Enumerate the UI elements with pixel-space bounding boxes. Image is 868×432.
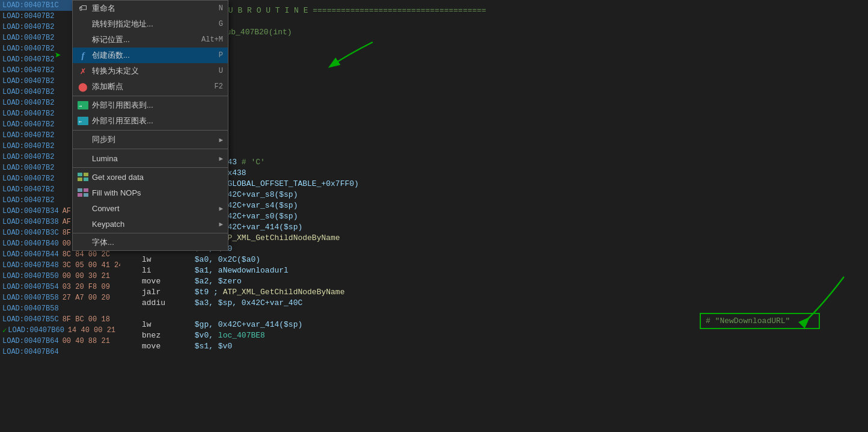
menu-label-goto: 跳转到指定地址... — [92, 19, 214, 29]
context-menu: 🏷 重命名 N 跳转到指定地址... G 标记位置... Alt+M f 创建函… — [72, 0, 228, 251]
var-line-0: var_41C= -0x41C — [130, 59, 858, 70]
svg-rect-10 — [78, 193, 82, 197]
instr-lui: lui $gp, 0x43 # 'C' — [130, 156, 858, 167]
menu-shortcut-breakpoint: F2 — [215, 82, 223, 91]
menu-shortcut-undefine: U — [219, 67, 223, 75]
menu-item-create-func[interactable]: f 创建函数... P ➤ — [73, 48, 228, 63]
menu-label-lumina: Lumina — [92, 154, 216, 163]
xored-icon — [76, 171, 90, 183]
var-line-3: var_408= -0x408 — [130, 91, 858, 102]
code-line-empty2 — [130, 48, 858, 59]
svg-rect-7 — [84, 177, 88, 181]
svg-rect-5 — [84, 173, 88, 176]
submenu-arrow-sync: ▶ — [219, 136, 223, 144]
instr-jalr: jalr $t9 ; ATP_XML_GetChildNodeByName — [130, 286, 858, 297]
code-line-empty1 — [130, 16, 858, 26]
menu-item-font[interactable]: 字体... — [73, 235, 228, 250]
addr-row[interactable]: LOAD:00407B48 3C 05 00 41 24 A5 54 70 — [0, 260, 120, 271]
menu-shortcut-goto: G — [219, 20, 223, 28]
convert-icon — [76, 202, 90, 214]
menu-item-nops[interactable]: Fill with NOPs — [73, 185, 228, 200]
code-line-func-label: sub_407B20: — [130, 37, 858, 48]
breakpoint-icon: ⬤ — [76, 81, 90, 93]
menu-shortcut-mark: Alt+M — [201, 35, 223, 44]
separator-3 — [73, 149, 228, 149]
menu-shortcut-rename: N — [219, 4, 223, 13]
var-line-5: var_s0= 0 — [130, 113, 858, 124]
instr-move-a2: move $a2, $zero — [130, 276, 858, 286]
separator-4 — [73, 167, 228, 168]
submenu-arrow-convert: ▶ — [219, 205, 223, 212]
newdownloadurl-text: # "NewDownloadURL" — [706, 316, 790, 326]
code-line-func-comment: # int __fastcall sub_407B20(int) — [130, 26, 858, 37]
menu-item-lumina[interactable]: Lumina ▶ — [73, 150, 228, 166]
menu-label-create-func: 创建函数... — [92, 50, 214, 61]
menu-item-ref-to[interactable]: ← 外部引用至图表... — [73, 113, 228, 129]
arrow-marker: ✓ — [2, 326, 7, 335]
var-line-6: var_s4= 4 — [130, 124, 858, 135]
instr-addiu-a3: addiu $a3, $sp, 0x42C+var_40C — [130, 297, 858, 308]
menu-label-breakpoint: 添加断点 — [92, 81, 210, 92]
menu-item-mark[interactable]: 标记位置... Alt+M — [73, 32, 228, 48]
menu-item-breakpoint[interactable]: ⬤ 添加断点 F2 — [73, 79, 228, 94]
submenu-arrow-lumina: ▶ — [219, 155, 223, 162]
menu-label-ref-to: 外部引用至图表... — [92, 116, 223, 126]
menu-label-sync: 同步到 — [92, 134, 216, 145]
menu-label-font: 字体... — [92, 237, 223, 248]
code-line-empty3 — [130, 146, 858, 156]
instr-li-a1: li $a1, aNewdownloadurl — [130, 265, 858, 276]
menu-item-convert[interactable]: Convert ▶ — [73, 200, 228, 216]
menu-item-sync[interactable]: 同步到 ▶ — [73, 132, 228, 147]
svg-rect-4 — [78, 173, 82, 176]
menu-item-rename[interactable]: 🏷 重命名 N — [73, 1, 228, 16]
addr-row[interactable]: LOAD:00407B50 00 00 30 21 — [0, 271, 120, 282]
svg-rect-9 — [84, 188, 88, 192]
addr-row[interactable]: LOAD:00407B58 — [0, 303, 120, 314]
svg-rect-6 — [78, 177, 82, 181]
sync-icon — [76, 134, 90, 146]
green-arrow-func: ➤ — [55, 49, 61, 62]
menu-label-undefine: 转换为未定义 — [92, 66, 214, 76]
menu-item-ref-from[interactable]: → 外部引用图表到... — [73, 97, 228, 113]
keypatch-icon — [76, 218, 90, 230]
font-icon — [76, 236, 90, 248]
instr-addiu: addiu $sp, -0x438 — [130, 167, 858, 178]
instr-sw-ra: sw $ra, 0x42C+var_s8($sp) — [130, 189, 858, 200]
addr-row[interactable]: LOAD:00407B58 27 A7 00 20 — [0, 292, 120, 303]
lumina-icon — [76, 152, 90, 164]
code-line-subroutine: # ================ S U B R O U T I N E =… — [130, 5, 858, 16]
instr-lw: lw $a0, 0x2C($a0) — [130, 254, 858, 265]
addr-row[interactable]: LOAD:00407B5C 8F BC 00 18 — [0, 314, 120, 325]
menu-item-xored[interactable]: Get xored data — [73, 169, 228, 185]
var-line-7: var_s8= 8 — [130, 135, 858, 146]
menu-label-ref-from: 外部引用图表到... — [92, 100, 223, 111]
addr-row[interactable]: LOAD:00407B64 00 40 88 21 — [0, 336, 120, 347]
menu-item-undefine[interactable]: ✗ 转换为未定义 U — [73, 63, 228, 79]
menu-label-rename: 重命名 — [92, 3, 214, 14]
instr-la: la $t9, ATP_XML_GetChildNodeByName — [130, 232, 858, 243]
svg-text:→: → — [79, 103, 82, 109]
mark-icon — [76, 34, 90, 46]
undefine-icon: ✗ — [76, 65, 90, 77]
main-container: LOAD:00407B1C LOAD:00407B2 LOAD:00407B2 … — [0, 0, 868, 432]
submenu-arrow-keypatch: ▶ — [219, 220, 223, 228]
addr-row[interactable]: ✓ LOAD:00407B60 14 40 00 21 — [0, 325, 120, 336]
addr-row[interactable]: LOAD:00407B64 — [0, 347, 120, 357]
instr-li: li $gp, (_GLOBAL_OFFSET_TABLE_+0x7FF0) — [130, 178, 858, 189]
instr-sw-s0: sw $s0, 0x42C+var_s0($sp) — [130, 211, 858, 221]
separator-1 — [73, 96, 228, 96]
menu-label-mark: 标记位置... — [92, 34, 197, 45]
rename-icon: 🏷 — [76, 2, 90, 14]
menu-item-keypatch[interactable]: Keypatch ▶ — [73, 216, 228, 232]
var-line-1: var_414= -0x414 — [130, 70, 858, 81]
menu-item-goto[interactable]: 跳转到指定地址... G — [73, 16, 228, 32]
newdownloadurl-annotation: # "NewDownloadURL" — [700, 313, 820, 329]
menu-shortcut-create-func: P — [219, 51, 223, 60]
instr-move-s0: move $s0, $a0 — [130, 243, 858, 254]
addr-row[interactable]: LOAD:00407B54 03 20 F8 09 — [0, 282, 120, 292]
menu-label-convert: Convert — [92, 204, 216, 213]
right-panel: # ================ S U B R O U T I N E =… — [120, 0, 868, 432]
menu-label-nops: Fill with NOPs — [92, 188, 223, 197]
instr-move-s1: move $s1, $v0 — [130, 341, 858, 351]
var-line-2: var_40C= -0x40C — [130, 81, 858, 91]
